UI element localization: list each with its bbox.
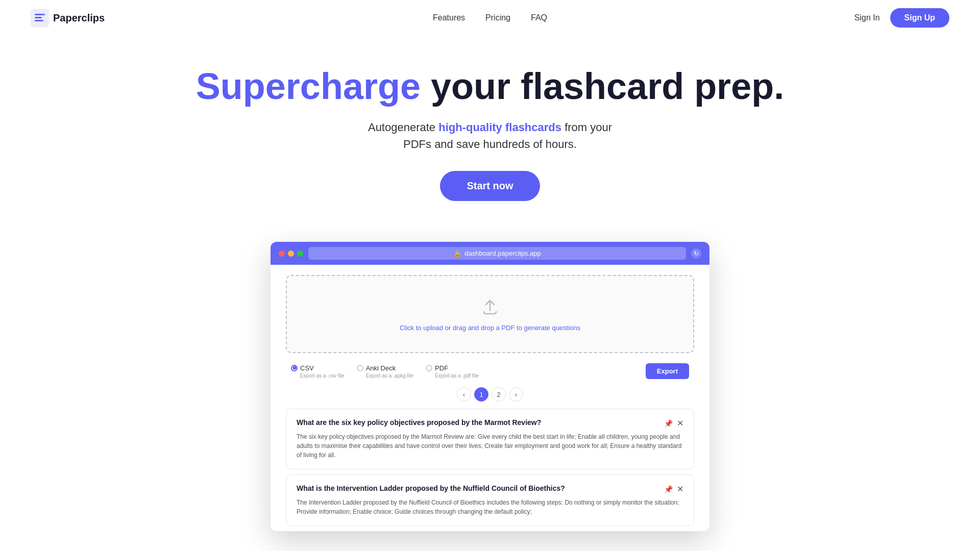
- nav-pricing[interactable]: Pricing: [485, 13, 510, 22]
- flashcard-2-answer: The Intervention Ladder proposed by the …: [297, 498, 683, 516]
- lock-icon: 🔒: [453, 249, 461, 257]
- flashcard-2: What is the Intervention Ladder proposed…: [286, 474, 694, 526]
- next-page-button[interactable]: ›: [509, 387, 523, 402]
- svg-rect-1: [35, 14, 45, 15]
- logo[interactable]: Paperclips: [31, 9, 105, 27]
- dot-green: [297, 251, 303, 257]
- browser-content: Click to upload or drag and drop a PDF t…: [271, 265, 709, 526]
- radio-csv[interactable]: CSV Export as a .csv file: [291, 364, 345, 379]
- nav-features[interactable]: Features: [433, 13, 465, 22]
- flashcard-2-header: What is the Intervention Ladder proposed…: [297, 484, 683, 494]
- flashcard-1-header: What are the six key policy objectives p…: [297, 418, 683, 428]
- hero-title: Supercharge your flashcard prep.: [10, 66, 970, 107]
- flashcard-1-actions: 📌 ✕: [664, 418, 683, 428]
- flashcard-1-close-icon[interactable]: ✕: [677, 418, 683, 428]
- signup-button[interactable]: Sign Up: [890, 8, 949, 28]
- radio-dot-csv: [291, 365, 298, 371]
- hero-subtitle: Autogenerate high-quality flashcards fro…: [10, 119, 970, 153]
- page-2-button[interactable]: 2: [492, 387, 506, 402]
- nav-faq[interactable]: FAQ: [531, 13, 547, 22]
- flashcard-2-question: What is the Intervention Ladder proposed…: [297, 484, 664, 492]
- logo-icon: [31, 9, 49, 27]
- upload-link[interactable]: Click to upload: [400, 324, 443, 332]
- hero-title-accent: Supercharge: [196, 66, 421, 107]
- radio-pdf-sub: Export as a .pdf file: [435, 373, 479, 379]
- upload-icon: [480, 296, 500, 319]
- hero-subtitle-accent: high-quality flashcards: [438, 121, 561, 134]
- radio-anki[interactable]: Anki Deck Export as a .apkg file: [357, 364, 413, 379]
- flashcard-2-close-icon[interactable]: ✕: [677, 484, 683, 494]
- hero-title-plain: your flashcard prep.: [421, 66, 784, 107]
- flashcard-1-pin-icon[interactable]: 📌: [664, 419, 673, 428]
- svg-rect-3: [35, 20, 43, 21]
- export-row: CSV Export as a .csv file Anki Deck Expo…: [286, 363, 694, 379]
- nav-links: Features Pricing FAQ: [433, 13, 547, 22]
- flashcard-1-answer: The six key policy objectives proposed b…: [297, 432, 683, 460]
- flashcard-2-pin-icon[interactable]: 📌: [664, 485, 673, 493]
- radio-dot-pdf: [426, 365, 432, 371]
- page-1-button[interactable]: 1: [474, 387, 488, 402]
- hero-subtitle-before: Autogenerate: [368, 121, 438, 134]
- traffic-lights: [279, 251, 303, 257]
- radio-group: CSV Export as a .csv file Anki Deck Expo…: [291, 364, 479, 379]
- flashcard-1-question: What are the six key policy objectives p…: [297, 418, 664, 427]
- upload-rest: or drag and drop a PDF to generate quest…: [443, 324, 580, 332]
- radio-anki-label: Anki Deck: [366, 364, 396, 372]
- navbar: Paperclips Features Pricing FAQ Sign In …: [0, 0, 980, 36]
- upload-text: Click to upload or drag and drop a PDF t…: [400, 324, 580, 332]
- address-bar: 🔒 dashboard.paperclips.app: [308, 247, 686, 260]
- flashcard-1: What are the six key policy objectives p…: [286, 409, 694, 469]
- browser-bar: 🔒 dashboard.paperclips.app ↻: [271, 242, 709, 265]
- prev-page-button[interactable]: ‹: [457, 387, 471, 402]
- logo-text: Paperclips: [53, 12, 105, 24]
- radio-pdf-label: PDF: [435, 364, 448, 372]
- dot-yellow: [288, 251, 294, 257]
- pagination: ‹ 1 2 ›: [286, 387, 694, 402]
- nav-auth: Sign In Sign Up: [854, 8, 949, 28]
- signin-button[interactable]: Sign In: [854, 13, 880, 22]
- upload-zone[interactable]: Click to upload or drag and drop a PDF t…: [286, 275, 694, 353]
- start-now-button[interactable]: Start now: [440, 171, 540, 201]
- radio-pdf[interactable]: PDF Export as a .pdf file: [426, 364, 479, 379]
- radio-dot-anki: [357, 365, 363, 371]
- export-button[interactable]: Export: [646, 363, 689, 379]
- radio-csv-label: CSV: [300, 364, 314, 372]
- browser-mockup: 🔒 dashboard.paperclips.app ↻ Click to up…: [271, 242, 709, 531]
- radio-anki-sub: Export as a .apkg file: [366, 373, 413, 379]
- svg-rect-2: [35, 17, 42, 18]
- address-text: dashboard.paperclips.app: [464, 249, 541, 257]
- flashcard-2-actions: 📌 ✕: [664, 484, 683, 494]
- radio-csv-sub: Export as a .csv file: [300, 373, 345, 379]
- hero-section: Supercharge your flashcard prep. Autogen…: [0, 36, 980, 221]
- dot-red: [279, 251, 285, 257]
- refresh-button[interactable]: ↻: [691, 248, 701, 259]
